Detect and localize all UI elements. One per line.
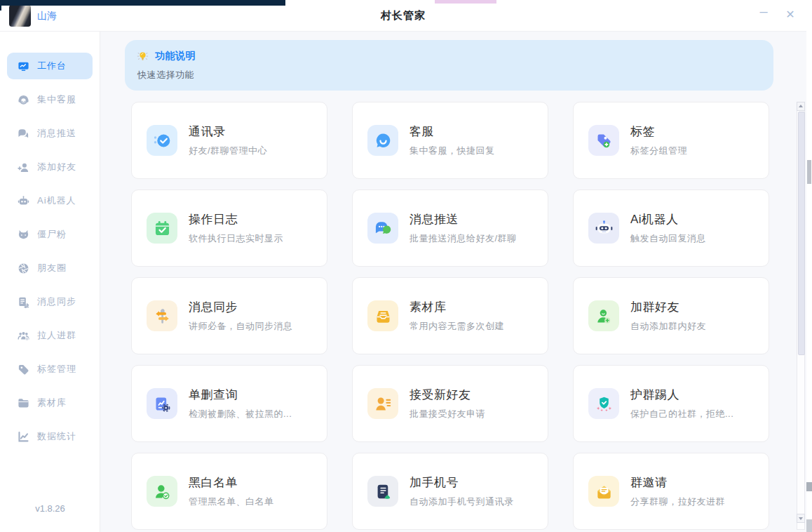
shield-stars-icon xyxy=(588,388,619,419)
main-content: 功能说明 快速选择功能 通讯录好友/群聊管理中心 客服集中客服，快捷回复 xyxy=(100,32,806,532)
app-window: 山海 村长管家 – ✕ 工作台 集中客服 消息推送 添加好友 Ai机器人 僵尸粉 xyxy=(0,0,806,532)
card-subtitle: 集中客服，快捷回复 xyxy=(410,145,495,157)
sidebar-item-zombie-fans[interactable]: 僵尸粉 xyxy=(7,221,93,248)
app-version: v1.8.26 xyxy=(0,503,100,514)
card-subtitle: 自动添加手机号到通讯录 xyxy=(410,496,514,508)
push-bubbles-icon xyxy=(367,213,398,244)
card-subtitle: 分享群聊，拉好友进群 xyxy=(630,496,725,508)
card-operation-log[interactable]: 操作日志软件执行日志实时显示 xyxy=(131,189,327,267)
sidebar-item-label: 数据统计 xyxy=(37,430,76,443)
sidebar-item-tag-manage[interactable]: 标签管理 xyxy=(7,356,93,383)
person-check-icon xyxy=(147,476,177,507)
card-deletion-check[interactable]: 单删查询检测被删除、被拉黑的... xyxy=(131,365,327,442)
sidebar-item-label: 工作台 xyxy=(37,60,67,72)
card-subtitle: 标签分组管理 xyxy=(630,145,687,157)
robot-icon xyxy=(18,195,29,207)
sidebar-item-central-service[interactable]: 集中客服 xyxy=(7,86,93,113)
sidebar-item-ai-robot[interactable]: Ai机器人 xyxy=(7,187,93,214)
zombie-icon xyxy=(18,229,29,241)
sync-doc-icon xyxy=(18,296,29,308)
check-report-icon xyxy=(147,388,177,419)
calendar-check-icon xyxy=(147,213,177,244)
close-button[interactable]: ✕ xyxy=(781,8,799,21)
card-title: 黑白名单 xyxy=(189,474,274,491)
sidebar-item-data-stats[interactable]: 数据统计 xyxy=(7,423,93,450)
sidebar-item-add-friend[interactable]: 添加好友 xyxy=(7,154,93,180)
sidebar-item-label: Ai机器人 xyxy=(37,194,76,207)
card-message-push[interactable]: 消息推送批量推送消息给好友/群聊 xyxy=(352,189,548,267)
chat-bubbles-icon xyxy=(18,128,29,140)
contacts-icon xyxy=(147,125,177,156)
service-chat-icon xyxy=(367,125,398,156)
card-title: 操作日志 xyxy=(189,211,283,227)
sidebar-item-label: 消息推送 xyxy=(37,127,76,140)
background-window-edge xyxy=(0,0,1,11)
scrollbar-thumb[interactable] xyxy=(798,112,805,355)
username: 山海 xyxy=(37,10,57,22)
scroll-up-button[interactable] xyxy=(797,102,805,111)
card-subtitle: 软件执行日志实时显示 xyxy=(189,232,283,245)
sidebar-item-message-push[interactable]: 消息推送 xyxy=(7,120,93,147)
card-title: 标签 xyxy=(630,124,687,140)
sidebar-item-label: 朋友圈 xyxy=(37,262,67,274)
card-title: 接受新好友 xyxy=(410,387,485,403)
background-fragment xyxy=(807,160,811,184)
sidebar-item-message-sync[interactable]: 消息同步 xyxy=(7,288,93,315)
background-fragment xyxy=(806,519,812,532)
card-accept-new-friends[interactable]: 接受新好友批量接受好友申请 xyxy=(352,365,548,442)
sync-tools-icon xyxy=(147,300,177,331)
card-add-phone-number[interactable]: 加手机号自动添加手机号到通讯录 xyxy=(352,453,548,530)
card-title: 群邀请 xyxy=(630,474,725,491)
sidebar-item-moments[interactable]: 朋友圈 xyxy=(7,255,93,281)
card-ai-robot[interactable]: Ai机器人触发自动回复消息 xyxy=(573,189,769,267)
avatar[interactable] xyxy=(9,5,31,27)
card-title: 消息推送 xyxy=(410,211,517,227)
card-title: 单删查询 xyxy=(189,387,292,403)
sidebar-item-material-library[interactable]: 素材库 xyxy=(7,390,93,416)
card-black-white-list[interactable]: 黑白名单管理黑名单、白名单 xyxy=(131,453,327,530)
feature-grid: 通讯录好友/群聊管理中心 客服集中客服，快捷回复 标签标签分组管理 操作日志软件… xyxy=(131,102,769,530)
card-subtitle: 常用内容无需多次创建 xyxy=(410,320,504,333)
banner-title: 功能说明 xyxy=(155,50,196,62)
card-add-group-friends[interactable]: 加群好友自动添加群内好友 xyxy=(573,277,769,354)
lightbulb-icon xyxy=(136,49,149,62)
sidebar: 工作台 集中客服 消息推送 添加好友 Ai机器人 僵尸粉 朋友圈 消息同步 xyxy=(0,32,100,532)
card-customer-service[interactable]: 客服集中客服，快捷回复 xyxy=(352,102,548,179)
person-plus-icon xyxy=(588,300,619,331)
scroll-down-button[interactable] xyxy=(797,514,805,523)
background-window-bar-pink xyxy=(435,0,496,4)
card-tags[interactable]: 标签标签分组管理 xyxy=(573,102,769,179)
card-subtitle: 讲师必备，自动同步消息 xyxy=(189,320,293,333)
card-title: 通讯录 xyxy=(189,124,267,140)
stats-icon xyxy=(18,431,29,443)
card-subtitle: 管理黑名单、白名单 xyxy=(189,496,274,508)
person-list-icon xyxy=(367,388,398,419)
card-message-sync[interactable]: 消息同步讲师必备，自动同步消息 xyxy=(131,277,327,354)
sidebar-item-label: 消息同步 xyxy=(37,295,76,308)
sidebar-item-workbench[interactable]: 工作台 xyxy=(7,53,93,79)
minimize-button[interactable]: – xyxy=(755,4,773,20)
tag-add-icon xyxy=(588,125,619,156)
background-fragment xyxy=(806,482,812,491)
card-guard-group[interactable]: 护群踢人保护自己的社群，拒绝... xyxy=(573,365,769,442)
sidebar-item-label: 集中客服 xyxy=(37,93,76,106)
card-subtitle: 触发自动回复消息 xyxy=(630,232,706,245)
card-material-library[interactable]: 素材库常用内容无需多次创建 xyxy=(352,277,548,354)
sidebar-item-label: 添加好友 xyxy=(37,161,76,173)
card-title: 护群踢人 xyxy=(630,387,733,403)
card-title: 消息同步 xyxy=(189,299,293,315)
sidebar-item-label: 标签管理 xyxy=(37,363,76,375)
pull-group-icon xyxy=(18,330,29,342)
card-subtitle: 好友/群聊管理中心 xyxy=(189,145,267,157)
aperture-icon xyxy=(18,262,29,274)
material-inbox-icon xyxy=(367,300,398,331)
card-subtitle: 批量接受好友申请 xyxy=(410,408,485,420)
card-title: 客服 xyxy=(410,124,495,140)
headset-icon xyxy=(18,94,29,106)
envelope-icon xyxy=(588,476,619,507)
vertical-scrollbar[interactable] xyxy=(797,102,805,530)
card-title: 素材库 xyxy=(410,299,504,315)
card-contacts[interactable]: 通讯录好友/群聊管理中心 xyxy=(131,102,327,179)
sidebar-item-pull-into-group[interactable]: 拉人进群 xyxy=(7,322,93,349)
card-group-invite[interactable]: 群邀请分享群聊，拉好友进群 xyxy=(573,453,769,530)
